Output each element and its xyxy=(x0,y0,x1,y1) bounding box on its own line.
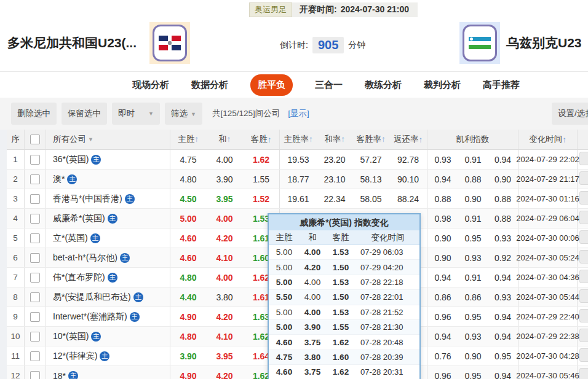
col-header-payout[interactable]: 返还率↑ xyxy=(389,130,427,149)
trend-button[interactable] xyxy=(579,270,588,283)
away-odds: 1.55 xyxy=(243,170,280,189)
row-checkbox[interactable] xyxy=(30,253,40,263)
table-toolbar: 删除选中 保留选中 即时▼ 筛选▼ 共[125/125]间公司 [显示] 设置/… xyxy=(0,98,588,130)
kelly-draw: 0.86 xyxy=(458,292,488,302)
trend-button[interactable] xyxy=(579,309,588,322)
row-number: 9 xyxy=(7,307,25,326)
kelly-draw: 0.95 xyxy=(458,312,488,322)
popup-change-time: 07-28 22:18 xyxy=(356,278,419,287)
company-name[interactable]: 澳* xyxy=(53,174,65,185)
kelly-away: 0.94 xyxy=(488,366,518,379)
filter-dropdown[interactable]: 筛选▼ xyxy=(165,103,202,125)
col-header-home-odds[interactable]: 主胜↑ xyxy=(170,134,206,145)
col-header-away-odds[interactable]: 客胜↑ xyxy=(243,130,280,149)
company-name[interactable]: 香港马*(中国香港) xyxy=(53,193,122,205)
sort-up-icon: ↑ xyxy=(226,135,231,144)
home-company-icon[interactable]: 主 xyxy=(108,214,117,224)
home-company-icon[interactable]: 主 xyxy=(120,253,130,263)
company-name[interactable]: 36*(英国) xyxy=(53,154,89,165)
trend-button[interactable] xyxy=(579,171,588,185)
row-checkbox[interactable] xyxy=(30,174,40,184)
kelly-away: 0.93 xyxy=(488,287,518,307)
trend-button[interactable] xyxy=(579,152,588,165)
change-time: 2024-07-29 22:40 xyxy=(518,307,578,326)
col-header-seq: 序 xyxy=(7,130,25,149)
trend-button[interactable] xyxy=(579,289,588,303)
row-checkbox[interactable] xyxy=(30,351,40,361)
trend-button[interactable] xyxy=(579,368,588,379)
company-name[interactable]: 12*(菲律宾) xyxy=(53,351,97,362)
company-name[interactable]: 10*(英国) xyxy=(53,331,89,342)
row-checkbox[interactable] xyxy=(30,273,40,283)
row-number: 7 xyxy=(7,268,25,287)
home-company-icon[interactable]: 主 xyxy=(91,332,101,342)
company-name[interactable]: 伟*(直布罗陀) xyxy=(53,272,105,283)
trend-button[interactable] xyxy=(579,230,588,244)
popup-away-odds: 1.62 xyxy=(325,338,356,347)
popup-away-odds: 1.62 xyxy=(325,367,356,377)
trend-button[interactable] xyxy=(579,250,588,264)
col-header-change-time[interactable]: 变化时间↑ xyxy=(518,130,578,149)
kickoff-strip: 奥运男足 开赛时间:2024-07-30 21:00 xyxy=(249,2,418,17)
company-name[interactable]: 立*(英国) xyxy=(53,233,88,244)
popup-home-odds: 5.00 xyxy=(269,322,300,332)
row-checkbox[interactable] xyxy=(30,312,40,322)
row-checkbox[interactable] xyxy=(30,214,40,224)
home-company-icon[interactable]: 主 xyxy=(108,273,117,283)
trend-button[interactable] xyxy=(579,348,588,362)
delete-selected-button[interactable]: 删除选中 xyxy=(11,103,57,125)
payout-rate: 88.24 xyxy=(389,189,427,208)
home-company-icon[interactable]: 主 xyxy=(68,371,78,379)
col-header-draw-odds[interactable]: 和↑ xyxy=(206,134,243,145)
home-company-icon[interactable]: 主 xyxy=(91,155,101,165)
tab-referee-analysis[interactable]: 裁判分析 xyxy=(424,79,461,91)
home-company-icon[interactable]: 主 xyxy=(130,312,140,322)
trend-button[interactable] xyxy=(579,191,588,205)
company-name[interactable]: bet-at-h*(马尔他) xyxy=(53,252,117,264)
row-checkbox[interactable] xyxy=(30,332,40,342)
home-company-icon[interactable]: 主 xyxy=(67,174,77,184)
col-header-draw-rate[interactable]: 和率↑ xyxy=(317,134,352,145)
draw-odds: 4.20 xyxy=(206,312,243,322)
popup-col-home: 主胜 xyxy=(269,232,300,243)
countdown-value: 905 xyxy=(312,37,344,53)
popup-away-odds: 1.53 xyxy=(325,248,356,257)
tab-live-analysis[interactable]: 现场分析 xyxy=(132,79,169,91)
tab-win-draw-lose[interactable]: 胜平负 xyxy=(250,74,293,96)
company-name[interactable]: Interwet*(塞浦路斯) xyxy=(53,311,127,322)
kelly-away: 0.88 xyxy=(488,189,518,208)
tab-data-analysis[interactable]: 数据分析 xyxy=(191,79,228,91)
home-company-icon[interactable]: 主 xyxy=(133,292,143,302)
company-name[interactable]: 威廉希*(英国) xyxy=(53,213,105,224)
col-header-away-rate[interactable]: 客胜率↑ xyxy=(352,134,389,145)
home-company-icon[interactable]: 主 xyxy=(90,233,100,243)
trend-button[interactable] xyxy=(579,211,588,224)
kelly-home: 0.90 xyxy=(427,253,458,263)
select-all-checkbox[interactable] xyxy=(30,135,40,144)
settings-select-button[interactable]: 设置/选择 xyxy=(552,103,588,125)
company-name[interactable]: 18* xyxy=(53,371,66,379)
col-header-company[interactable]: 所有公司▼ xyxy=(46,130,170,149)
tab-coach-analysis[interactable]: 教练分析 xyxy=(365,79,402,91)
row-checkbox[interactable] xyxy=(30,292,40,302)
kelly-home: 0.93 xyxy=(427,155,458,165)
kelly-draw: 0.93 xyxy=(458,253,488,263)
home-company-icon[interactable]: 主 xyxy=(100,351,109,361)
popup-row: 5.00 3.90 1.55 07-28 21:30 xyxy=(269,320,419,335)
trend-button[interactable] xyxy=(579,329,588,342)
col-header-home-rate[interactable]: 主胜率↑ xyxy=(280,134,317,145)
row-checkbox[interactable] xyxy=(30,233,40,243)
popup-draw-odds: 4.00 xyxy=(300,308,325,317)
row-checkbox[interactable] xyxy=(30,155,40,165)
row-checkbox[interactable] xyxy=(30,194,40,204)
company-name[interactable]: 易*(安提瓜和巴布达) xyxy=(53,292,131,303)
home-company-icon[interactable]: 主 xyxy=(125,194,135,204)
tab-three-in-one[interactable]: 三合一 xyxy=(315,79,343,91)
instant-odds-dropdown[interactable]: 即时▼ xyxy=(112,103,160,125)
show-link[interactable]: [显示] xyxy=(288,108,309,119)
row-checkbox[interactable] xyxy=(30,371,40,379)
keep-selected-button[interactable]: 保留选中 xyxy=(62,103,107,125)
popup-row: 4.60 3.75 1.62 07-28 20:31 xyxy=(269,365,419,379)
tab-expert-picks[interactable]: 高手推荐 xyxy=(483,79,520,91)
sort-up-icon: ↑ xyxy=(418,135,423,144)
